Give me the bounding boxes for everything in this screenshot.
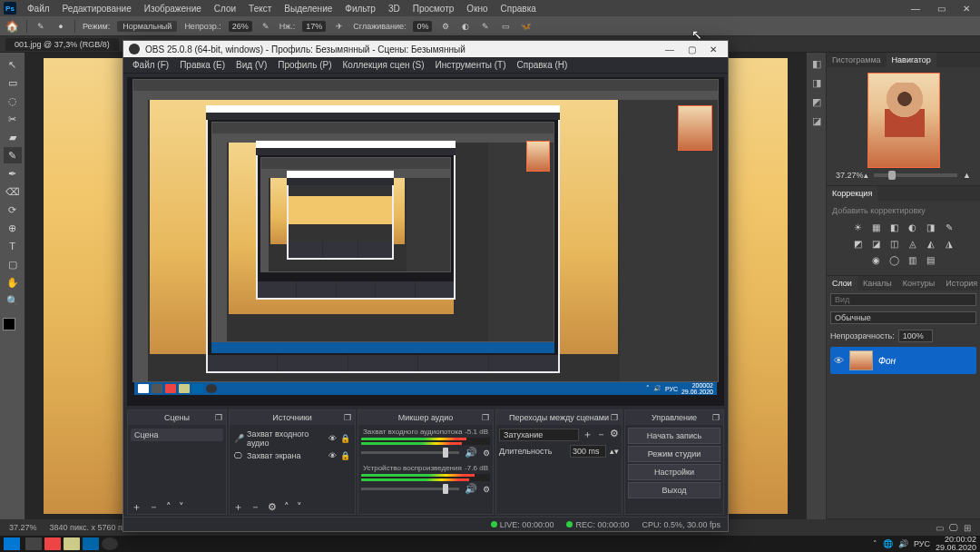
scene-add-button[interactable]: ＋ xyxy=(132,500,142,514)
sb-icon[interactable]: ⊞ xyxy=(964,523,971,533)
mute-icon[interactable]: 🔊 xyxy=(465,447,477,458)
menu-window[interactable]: Окно xyxy=(461,2,493,15)
taskbar-app-obs[interactable] xyxy=(102,537,118,550)
adj-icon[interactable]: ◪ xyxy=(870,237,883,250)
obs-preview[interactable]: ˄🔊РУС 20000229.06.2020 xyxy=(127,77,724,406)
adj-icon[interactable]: ◭ xyxy=(925,237,937,250)
obs-menu-view[interactable]: Вид (V) xyxy=(232,58,270,72)
layer-blendmode[interactable]: Обычные xyxy=(830,311,976,324)
taskbar-app-folder[interactable] xyxy=(64,537,80,550)
source-visibility-icon[interactable]: 👁 xyxy=(328,451,337,460)
close-button[interactable]: ✕ xyxy=(956,2,976,15)
obs-menu-profile[interactable]: Профиль (P) xyxy=(274,58,335,72)
angle-icon[interactable]: ◐ xyxy=(459,22,472,31)
opacity-value[interactable]: 26% xyxy=(229,21,252,32)
dock-popout-icon[interactable]: ❐ xyxy=(215,413,222,422)
source-up-button[interactable]: ˄ xyxy=(284,501,289,513)
transition-settings-button[interactable]: ⚙ xyxy=(610,428,619,441)
obs-menu-edit[interactable]: Правка (E) xyxy=(176,58,229,72)
obs-minimize-button[interactable]: — xyxy=(661,44,679,54)
menu-layers[interactable]: Слои xyxy=(209,2,241,15)
scene-item[interactable]: Сцена xyxy=(131,429,223,441)
dock-popout-icon[interactable]: ❐ xyxy=(482,413,489,422)
adj-icon[interactable]: ◮ xyxy=(943,237,956,250)
mixer-settings-icon[interactable]: ⚙ xyxy=(483,485,490,494)
tab-histogram[interactable]: Гистограмма xyxy=(827,53,887,67)
obs-menu-file[interactable]: Файл (F) xyxy=(129,58,172,72)
type-tool[interactable]: T xyxy=(4,238,22,254)
document-tab[interactable]: 001.jpg @ 37,3% (RGB/8) xyxy=(5,38,119,51)
menu-file[interactable]: Файл xyxy=(22,2,55,15)
tab-navigator[interactable]: Навигатор xyxy=(887,53,936,67)
layer-opacity-value[interactable]: 100% xyxy=(898,330,933,342)
menu-image[interactable]: Изображение xyxy=(139,2,207,15)
volume-slider[interactable] xyxy=(361,451,459,454)
adj-curves-icon[interactable]: ◧ xyxy=(888,221,901,233)
duration-input[interactable] xyxy=(570,445,606,458)
menu-help[interactable]: Справка xyxy=(495,2,542,15)
adj-icon[interactable]: ▥ xyxy=(906,253,919,266)
adj-icon[interactable]: ◉ xyxy=(870,253,883,266)
nav-zoom-slider[interactable] xyxy=(874,173,958,177)
nav-zoom-in-icon[interactable]: ▲ xyxy=(963,171,971,180)
menu-3d[interactable]: 3D xyxy=(383,2,406,15)
gradient-tool[interactable]: ⊕ xyxy=(4,220,22,236)
tab-history[interactable]: История xyxy=(940,276,980,291)
navigator-thumbnail[interactable] xyxy=(867,73,940,168)
butterfly-icon[interactable]: 🦋 xyxy=(519,22,532,31)
mode-dropdown[interactable]: Нормальный xyxy=(117,21,177,32)
layer-item[interactable]: 👁 Фон xyxy=(830,347,976,374)
source-add-button[interactable]: ＋ xyxy=(233,500,243,514)
source-down-button[interactable]: ˅ xyxy=(297,501,302,513)
tray-network-icon[interactable]: 🌐 xyxy=(883,539,893,548)
obs-menu-tools[interactable]: Инструменты (T) xyxy=(432,58,510,72)
tab-adjustments[interactable]: Коррекция xyxy=(827,186,877,201)
taskbar-app-ps[interactable] xyxy=(83,537,99,550)
tray-sound-icon[interactable]: 🔊 xyxy=(898,539,908,548)
tray-lang[interactable]: РУС xyxy=(914,539,930,548)
marquee-tool[interactable]: ▭ xyxy=(4,74,22,91)
rail-icon[interactable]: ◪ xyxy=(812,115,821,127)
source-visibility-icon[interactable]: 👁 xyxy=(328,434,337,443)
source-lock-icon[interactable]: 🔒 xyxy=(340,434,350,443)
sb-icon[interactable]: ▭ xyxy=(936,523,944,533)
layer-search-input[interactable] xyxy=(830,293,976,306)
color-swatches[interactable] xyxy=(3,318,23,338)
maximize-button[interactable]: ▭ xyxy=(931,2,951,15)
rotate-tool[interactable]: ⟳ xyxy=(4,202,22,218)
nav-zoom-out-icon[interactable]: ▴ xyxy=(864,171,868,180)
obs-menu-scenes[interactable]: Коллекция сцен (S) xyxy=(339,58,428,72)
tab-paths[interactable]: Контуры xyxy=(897,276,940,291)
start-recording-button[interactable]: Начать запись xyxy=(628,428,720,444)
rail-icon[interactable]: ◩ xyxy=(812,96,821,108)
menu-edit[interactable]: Редактирование xyxy=(57,2,137,15)
tab-channels[interactable]: Каналы xyxy=(858,276,897,291)
flow-value[interactable]: 17% xyxy=(302,21,326,32)
source-remove-button[interactable]: － xyxy=(250,500,260,514)
dock-popout-icon[interactable]: ❐ xyxy=(712,413,720,422)
pressure-opacity-icon[interactable]: ✎ xyxy=(260,22,272,31)
shape-tool[interactable]: ▢ xyxy=(4,256,22,272)
scene-down-button[interactable]: ˅ xyxy=(179,501,184,513)
transition-add-button[interactable]: ＋ xyxy=(583,428,593,441)
obs-close-button[interactable]: ✕ xyxy=(704,44,722,54)
tab-layers[interactable]: Слои xyxy=(827,276,858,291)
adj-icon[interactable]: ◩ xyxy=(852,237,865,250)
obs-maximize-button[interactable]: ▢ xyxy=(682,44,701,54)
smooth-value[interactable]: 0% xyxy=(413,21,432,32)
settings-button[interactable]: Настройки xyxy=(628,464,720,480)
brush-size-icon[interactable]: ● xyxy=(54,22,67,31)
tablet-icon[interactable]: ▭ xyxy=(499,22,512,31)
mixer-settings-icon[interactable]: ⚙ xyxy=(483,448,490,458)
dock-popout-icon[interactable]: ❐ xyxy=(344,413,351,422)
lasso-tool[interactable]: ◌ xyxy=(4,93,22,109)
brush-tool[interactable]: ✎ xyxy=(4,147,22,163)
transition-remove-button[interactable]: － xyxy=(596,428,606,441)
taskbar-app-search[interactable] xyxy=(25,537,42,550)
menu-filter[interactable]: Фильтр xyxy=(339,2,381,15)
volume-slider[interactable] xyxy=(361,488,459,490)
source-settings-button[interactable]: ⚙ xyxy=(268,501,277,513)
source-item[interactable]: 🖵 Захват экрана 👁🔒 xyxy=(232,449,352,462)
gear-icon[interactable]: ⚙ xyxy=(439,22,452,31)
source-item[interactable]: 🎤 Захват входного аудио 👁🔒 xyxy=(232,428,352,449)
